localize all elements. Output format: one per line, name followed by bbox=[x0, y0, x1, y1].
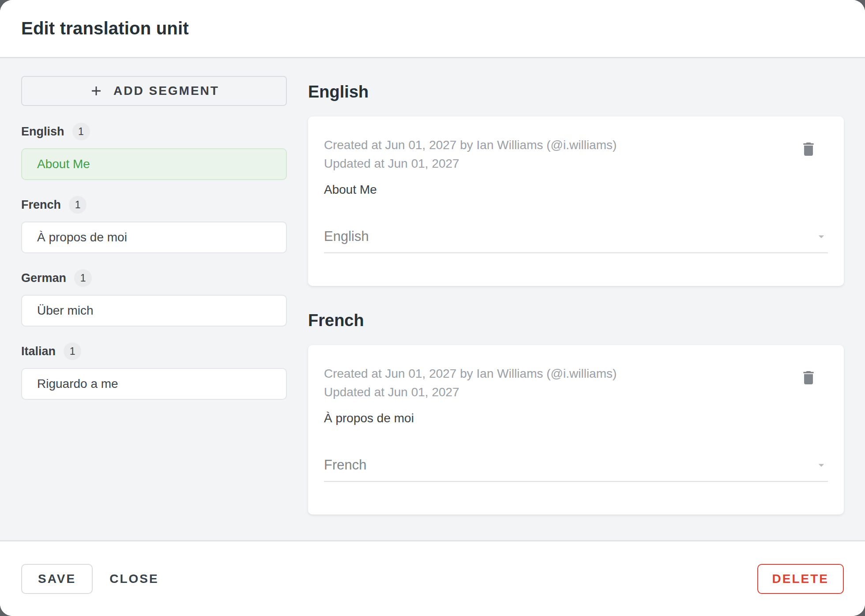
language-select-english[interactable]: English bbox=[324, 227, 828, 253]
segment-count-badge: 1 bbox=[64, 342, 81, 360]
segment-text: À propos de moi bbox=[324, 409, 828, 428]
delete-segment-button[interactable] bbox=[800, 369, 817, 387]
language-label: Italian bbox=[21, 345, 56, 358]
language-select-french[interactable]: French bbox=[324, 455, 828, 482]
segment-text: About Me bbox=[324, 180, 828, 199]
add-segment-label: ADD SEGMENT bbox=[113, 84, 219, 98]
segments-sidebar: ADD SEGMENT English 1 About Me French 1 … bbox=[21, 76, 287, 540]
segment-count-badge: 1 bbox=[72, 123, 90, 140]
dialog-footer: SAVE CLOSE DELETE bbox=[0, 540, 865, 616]
created-line: Created at Jun 01, 2027 by Ian Williams … bbox=[324, 136, 800, 154]
section-heading-english: English bbox=[308, 82, 844, 101]
delete-segment-button[interactable] bbox=[800, 140, 817, 158]
segment-item-german[interactable]: Über mich bbox=[21, 295, 287, 327]
dialog-header: Edit translation unit bbox=[0, 0, 865, 58]
language-group-header-french: French 1 bbox=[21, 196, 287, 214]
updated-line: Updated at Jun 01, 2027 bbox=[324, 154, 800, 173]
segment-item-label: Über mich bbox=[37, 304, 94, 318]
language-group-header-italian: Italian 1 bbox=[21, 342, 287, 360]
segment-item-french[interactable]: À propos de moi bbox=[21, 222, 287, 253]
card-padding bbox=[324, 482, 828, 515]
segment-item-label: About Me bbox=[37, 157, 90, 171]
trash-icon bbox=[800, 140, 817, 158]
language-group-header-german: German 1 bbox=[21, 269, 287, 287]
segment-count-badge: 1 bbox=[69, 196, 86, 214]
save-button[interactable]: SAVE bbox=[21, 564, 93, 594]
language-select-value: French bbox=[324, 455, 366, 475]
card-top-row: Created at Jun 01, 2027 by Ian Williams … bbox=[324, 364, 828, 402]
trash-icon bbox=[800, 369, 817, 387]
updated-line: Updated at Jun 01, 2027 bbox=[324, 383, 800, 402]
dialog-body: ADD SEGMENT English 1 About Me French 1 … bbox=[0, 58, 865, 540]
caret-down-icon bbox=[815, 458, 828, 472]
language-label: English bbox=[21, 125, 64, 139]
segment-item-label: Riguardo a me bbox=[37, 377, 118, 391]
segment-item-label: À propos de moi bbox=[37, 230, 127, 244]
segment-item-italian[interactable]: Riguardo a me bbox=[21, 368, 287, 400]
edit-translation-unit-dialog: Edit translation unit ADD SEGMENT Englis… bbox=[0, 0, 865, 616]
language-label: German bbox=[21, 271, 66, 285]
delete-button[interactable]: DELETE bbox=[757, 564, 844, 594]
segment-card-french: Created at Jun 01, 2027 by Ian Williams … bbox=[308, 345, 844, 515]
segment-card-english: Created at Jun 01, 2027 by Ian Williams … bbox=[308, 116, 844, 286]
segment-meta: Created at Jun 01, 2027 by Ian Williams … bbox=[324, 136, 800, 173]
add-segment-button[interactable]: ADD SEGMENT bbox=[21, 76, 287, 106]
plus-icon bbox=[89, 83, 104, 98]
close-button[interactable]: CLOSE bbox=[94, 564, 173, 594]
language-label: French bbox=[21, 198, 61, 212]
created-line: Created at Jun 01, 2027 by Ian Williams … bbox=[324, 364, 800, 383]
language-select-value: English bbox=[324, 227, 369, 246]
segment-detail-panel: English Created at Jun 01, 2027 by Ian W… bbox=[308, 76, 844, 540]
segment-meta: Created at Jun 01, 2027 by Ian Williams … bbox=[324, 364, 800, 402]
segment-item-english[interactable]: About Me bbox=[21, 148, 287, 180]
caret-down-icon bbox=[815, 230, 828, 243]
segment-count-badge: 1 bbox=[74, 269, 92, 287]
section-heading-french: French bbox=[308, 311, 844, 330]
dialog-title: Edit translation unit bbox=[21, 19, 189, 38]
card-padding bbox=[324, 253, 828, 286]
section-gap bbox=[308, 286, 844, 311]
card-top-row: Created at Jun 01, 2027 by Ian Williams … bbox=[324, 136, 828, 173]
language-group-header-english: English 1 bbox=[21, 123, 287, 140]
